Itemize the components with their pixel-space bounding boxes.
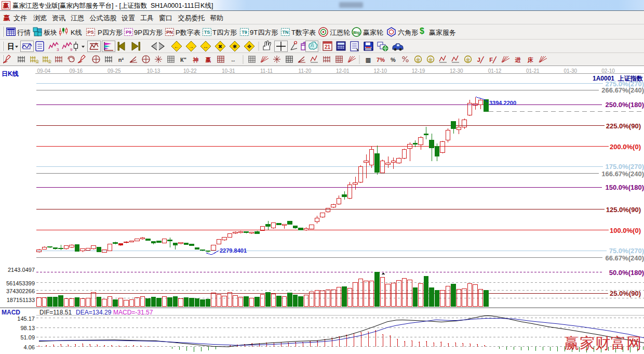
- svg-text:日: 日: [7, 42, 15, 50]
- svg-text:金: 金: [466, 57, 471, 62]
- svg-text:床: 床: [527, 57, 534, 63]
- svg-text:金: 金: [416, 57, 421, 62]
- svg-text:赢: 赢: [205, 57, 211, 63]
- svg-text:7%: 7%: [377, 57, 385, 63]
- svg-text:J╱: J╱: [477, 56, 485, 63]
- svg-text:金: 金: [35, 59, 39, 64]
- svg-text:TS: TS: [204, 30, 210, 35]
- svg-text:✖: ✖: [218, 44, 222, 49]
- svg-text:T9: T9: [242, 30, 247, 35]
- svg-text:→: →: [189, 44, 194, 49]
- svg-text:Big: Big: [353, 30, 360, 35]
- svg-text:←: ←: [174, 44, 179, 49]
- svg-text:TN: TN: [283, 30, 289, 35]
- svg-text:PN: PN: [166, 30, 173, 35]
- svg-text:9: 9: [70, 47, 73, 52]
- svg-text:✥: ✥: [247, 44, 251, 49]
- svg-text:21: 21: [325, 44, 331, 50]
- svg-text:进: 进: [515, 57, 521, 63]
- svg-text:↔: ↔: [231, 57, 236, 63]
- svg-text:金: 金: [47, 59, 52, 64]
- svg-text:P9: P9: [126, 30, 131, 35]
- svg-text:n²: n²: [118, 57, 124, 63]
- svg-text:F╱: F╱: [489, 56, 497, 63]
- svg-text:▥: ▥: [366, 57, 371, 63]
- svg-text:К": К": [180, 57, 186, 63]
- svg-text:↔: ↔: [203, 44, 208, 49]
- svg-text:赢: 赢: [3, 2, 9, 9]
- svg-text:神: 神: [193, 57, 199, 63]
- svg-text:PS: PS: [87, 30, 93, 35]
- svg-text:金: 金: [428, 57, 433, 62]
- svg-text:赢: 赢: [3, 14, 10, 22]
- svg-text:%: %: [391, 57, 396, 63]
- svg-text:3: 3: [57, 47, 59, 52]
- svg-text:✱: ✱: [233, 44, 237, 49]
